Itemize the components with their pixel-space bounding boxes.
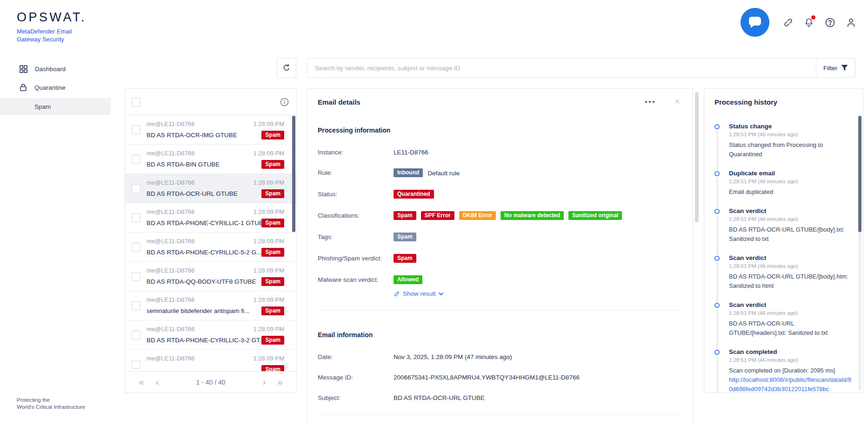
section-divider: [318, 414, 682, 415]
sidebar-item-spam[interactable]: Spam: [0, 98, 111, 115]
pagination-bar: « ‹ 1 - 40 / 40 › »: [125, 371, 296, 393]
subject-value: BD AS RTDA-OCR-URL GTUBE: [394, 393, 485, 401]
row-checkbox[interactable]: [132, 213, 140, 222]
spam-badge: Spam: [261, 189, 284, 198]
pagination-range: 1 - 40 / 40: [165, 379, 256, 386]
info-icon[interactable]: [280, 98, 289, 108]
classification-badge: Sanitized original: [568, 211, 622, 220]
phishing-verdict-badge: Spam: [394, 254, 416, 263]
email-info-heading: Email information: [318, 331, 682, 339]
details-scrollbar-thumb[interactable]: [695, 92, 699, 222]
tags-row: Tags: Spam: [318, 233, 682, 241]
row-checkbox[interactable]: [132, 184, 140, 193]
row-checkbox[interactable]: [132, 126, 140, 134]
first-page-button[interactable]: «: [134, 377, 149, 387]
classifications-row: Classifications: Spam SPF Error DKIM Err…: [318, 211, 682, 220]
tag-badge: Spam: [394, 233, 416, 241]
email-list-item[interactable]: me@LE11-D87661:28:09 PM semnaturile bitd…: [125, 291, 296, 320]
email-list-item[interactable]: me@LE11-D87661:28:09 PM BD AS RTDA-PHONE…: [125, 320, 296, 350]
email-time: 1:28:09 PM: [254, 179, 285, 186]
email-time: 1:28:09 PM: [254, 267, 285, 274]
refresh-button[interactable]: [277, 58, 296, 78]
filter-button[interactable]: Filter: [816, 59, 855, 77]
spam-badge: Spam: [261, 336, 284, 345]
link-icon[interactable]: [782, 16, 794, 28]
history-entry: Scan verdict 1:28:51 PM (46 minutes ago)…: [714, 254, 853, 301]
last-page-button[interactable]: »: [272, 377, 288, 387]
history-scrollbar[interactable]: [858, 116, 861, 391]
email-list-item[interactable]: me@LE11-D87661:28:09 PM BD AS RTDA-PHONE…: [125, 233, 296, 262]
row-checkbox[interactable]: [132, 331, 140, 339]
row-checkbox[interactable]: [132, 272, 140, 281]
email-subject: semnaturile bitdefender antispam fi...: [147, 307, 249, 314]
email-list-item-selected[interactable]: me@LE11-D87661:28:09 PM BD AS RTDA-OCR-U…: [125, 174, 296, 203]
row-checkbox[interactable]: [132, 243, 140, 252]
more-actions-button[interactable]: [645, 101, 654, 103]
quarantined-badge: Quarantined: [394, 190, 434, 199]
timeline-dot-icon: [714, 209, 720, 214]
dashboard-grid-icon: [20, 65, 27, 73]
chat-button[interactable]: [741, 8, 769, 37]
link-icon: [394, 291, 400, 297]
status-row: Status: Quarantined: [318, 190, 682, 199]
list-scrollbar-thumb[interactable]: [292, 116, 295, 232]
email-sender: me@LE11-D8766: [147, 179, 194, 186]
opswat-logo: OPSWAT.: [17, 10, 87, 25]
sidebar-item-dashboard[interactable]: Dashboard: [0, 60, 111, 78]
classification-badge: SPF Error: [421, 211, 454, 220]
email-list-item[interactable]: me@LE11-D87661:28:09 PM BD AS RTDA-PHONE…: [125, 203, 296, 233]
email-sender: me@LE11-D8766: [147, 150, 194, 157]
email-time: 1:28:09 PM: [254, 326, 285, 333]
close-icon[interactable]: ✕: [674, 97, 681, 106]
date-value: Nov 3, 2025, 1:28:09 PM (47 minutes ago): [394, 353, 512, 360]
timeline-dot-icon: [714, 350, 720, 355]
spam-badge: Spam: [261, 219, 284, 227]
history-scrollbar-thumb[interactable]: [858, 116, 861, 232]
sidebar-item-quarantine[interactable]: Quarantine: [0, 78, 111, 97]
email-list-item[interactable]: me@LE11-D87661:28:09 PM BD AS RTDA-QQ-BO…: [125, 262, 296, 291]
filescan-result-link[interactable]: http://localhost:8008/#/public/filescan/…: [729, 375, 853, 393]
email-time: 1:28:09 PM: [254, 355, 285, 362]
next-page-button[interactable]: ›: [256, 377, 272, 387]
details-title: Email details: [318, 98, 682, 106]
email-list-item[interactable]: me@LE11-D87661:28:09 PM BD AS RTDA-BIN G…: [125, 145, 296, 174]
rule-row: Rule: Inbound Default rule: [318, 168, 682, 177]
timeline-dot-icon: [714, 256, 720, 261]
phishing-verdict-row: Phishing/Spam verdict: Spam: [318, 254, 682, 263]
spam-badge: Spam: [261, 248, 284, 257]
row-checkbox[interactable]: [132, 360, 140, 369]
select-all-checkbox[interactable]: [132, 98, 140, 106]
show-result-link[interactable]: Show result: [394, 290, 682, 297]
brand-logo: OPSWAT. MetaDefender Email Gateway Secur…: [17, 10, 87, 43]
history-entry: Status change 1:28:51 PM (46 minutes ago…: [714, 123, 853, 170]
message-id-value: 2006675341-PX5XL8APMRU4.YWBTQY34HHGM1@LE…: [394, 373, 580, 381]
user-profile-icon[interactable]: [845, 16, 857, 28]
email-list-item[interactable]: me@LE11-D87661:28:09 PM BD AS RTDA-OCR-I…: [125, 115, 296, 145]
email-subject: BD AS RTDA-OCR-IMG GTUBE: [147, 132, 237, 139]
spam-badge: Spam: [261, 131, 284, 140]
search-input[interactable]: [307, 59, 816, 77]
prev-page-button[interactable]: ‹: [149, 377, 165, 387]
malware-verdict-row: Malware scan verdict: Allowed: [318, 275, 682, 284]
filter-funnel-icon: [841, 65, 848, 71]
row-checkbox[interactable]: [132, 301, 140, 310]
email-sender: me@LE11-D8766: [147, 208, 194, 215]
row-checkbox[interactable]: [132, 155, 140, 164]
email-subject: BD AS RTDA-PHONE-CYRILLIC-1 GTUBE: [147, 220, 261, 226]
email-subject: BD AS RTDA-OCR-URL GTUBE: [147, 190, 238, 197]
subject-row: Subject: BD AS RTDA-OCR-URL GTUBE: [318, 393, 682, 401]
refresh-icon: [282, 64, 291, 72]
classification-badge: Spam: [394, 211, 416, 220]
sidebar: Dashboard Quarantine Spam: [0, 60, 111, 115]
help-icon[interactable]: [824, 16, 836, 28]
email-time: 1:28:09 PM: [254, 120, 285, 127]
email-time: 1:28:09 PM: [254, 296, 285, 303]
processing-history-panel: Processing history Status change 1:28:51…: [704, 88, 863, 393]
email-time: 1:28:09 PM: [254, 150, 285, 157]
notifications-bell-icon[interactable]: [803, 16, 815, 28]
history-timeline: Status change 1:28:51 PM (46 minutes ago…: [714, 123, 853, 393]
allowed-badge: Allowed: [394, 275, 422, 284]
instance-value: LE11-D8766: [394, 148, 428, 156]
instance-row: Instance: LE11-D8766: [318, 148, 682, 156]
email-list-header: [125, 89, 296, 115]
